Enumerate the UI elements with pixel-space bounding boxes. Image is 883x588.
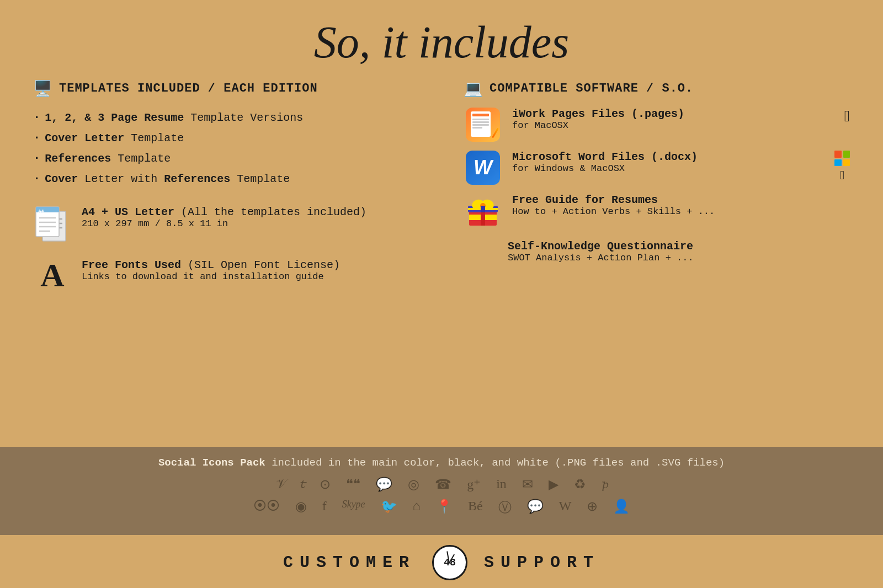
pages-icon — [466, 108, 500, 142]
social-header-normal: included in the main color, black, and w… — [272, 457, 725, 469]
word-w-letter: W — [474, 156, 492, 179]
item-normal: Template Versions — [184, 111, 303, 124]
gift-icon — [466, 194, 500, 228]
apple-icon:  — [844, 108, 850, 125]
social-icon-facebook: f — [322, 499, 327, 516]
customer-support-badge: 48 — [432, 545, 467, 580]
title-section: So, it includes — [0, 0, 883, 79]
fonts-feature: A Free Fonts Used (SIL Open Font License… — [33, 259, 419, 292]
word-item: W Microsoft Word Files (.docx) for Windo… — [464, 151, 850, 185]
a4-feature: A4 A4 + US Letter (All the templates inc… — [33, 206, 419, 245]
main-container: So, it includes 🖥️ TEMPLATES INCLUDED / … — [0, 0, 883, 588]
content-area: 🖥️ TEMPLATES INCLUDED / EACH EDITION · 1… — [0, 79, 883, 447]
page-title: So, it includes — [0, 17, 883, 68]
bullet-icon: · — [33, 152, 40, 165]
social-icon-vine: Ⓥ — [498, 499, 512, 516]
software-header-text: COMPATIBLE SOFTWARE / S.O. — [490, 82, 693, 95]
word-icon-container: W — [464, 151, 502, 185]
social-icon-youtube: ▶ — [549, 477, 558, 492]
item-bold: 1, 2, & 3 Page Resume — [45, 111, 184, 124]
svg-rect-20 — [481, 206, 485, 212]
list-item: · Cover Letter Template — [33, 128, 419, 148]
social-icon-location: 📍 — [436, 499, 453, 516]
left-column: 🖥️ TEMPLATES INCLUDED / EACH EDITION · 1… — [33, 79, 442, 447]
social-icon-phone: ☎ — [435, 477, 451, 492]
templates-header-icon: 🖥️ — [33, 79, 52, 98]
templates-header: 🖥️ TEMPLATES INCLUDED / EACH EDITION — [33, 79, 419, 98]
fonts-subtitle: Links to download it and installation gu… — [82, 271, 340, 282]
software-header: 💻 COMPATIBLE SOFTWARE / S.O. — [464, 79, 850, 98]
bullet-icon: · — [33, 131, 40, 145]
a4-subtitle: 210 x 297 mm / 8.5 x 11 in — [82, 218, 366, 229]
word-title: Microsoft Word Files (.docx) — [512, 151, 698, 163]
word-text-row: Microsoft Word Files (.docx) for Windows… — [512, 151, 850, 183]
social-icon-twitter: 🐦 — [381, 499, 397, 516]
fonts-icon-container: A — [33, 259, 72, 292]
social-section: Social Icons Pack included in the main c… — [0, 447, 883, 535]
iwork-title: iWork Pages Files (.pages) — [512, 108, 684, 120]
word-icon: W — [466, 151, 500, 185]
item-bold: Cover Letter — [45, 132, 124, 145]
svg-rect-19 — [481, 210, 485, 226]
social-icon-chat: 💬 — [376, 477, 392, 492]
word-os-icons:  — [834, 151, 850, 183]
word-text: Microsoft Word Files (.docx) for Windows… — [512, 151, 698, 174]
footer-right-text: SUPPORT — [484, 553, 600, 572]
social-icon-gplus: g⁺ — [467, 477, 481, 492]
questionnaire-text: Self-Knowledge Questionnaire SWOT Analys… — [508, 240, 694, 263]
iwork-subtitle: for MacOSX — [512, 120, 684, 131]
a4-text: A4 + US Letter (All the templates includ… — [82, 206, 366, 229]
gift-icon-container — [464, 194, 502, 228]
template-list: · 1, 2, & 3 Page Resume Template Version… — [33, 108, 419, 189]
iwork-icon-container — [464, 108, 502, 142]
software-header-icon: 💻 — [464, 79, 483, 98]
item-bold: Cover — [45, 173, 78, 185]
social-icon-home: ⌂ — [413, 499, 421, 516]
guide-subtitle: How to + Action Verbs + Skills + ... — [512, 206, 715, 217]
iwork-text-row: iWork Pages Files (.pages) for MacOSX  — [512, 108, 850, 131]
guide-text: Free Guide for Resumes How to + Action V… — [512, 194, 715, 217]
document-icon: A4 — [35, 206, 71, 245]
social-icon-web: ⊕ — [587, 499, 598, 516]
social-header-bold: Social Icons Pack — [158, 457, 265, 469]
a4-icon-container: A4 — [33, 206, 72, 245]
social-icon-mail: ✉ — [522, 477, 533, 492]
social-icon-flickr: ⦿⦿ — [253, 499, 280, 516]
guide-item: Free Guide for Resumes How to + Action V… — [464, 194, 850, 228]
social-icon-linkedin: in — [496, 477, 507, 492]
social-icon-quote: ❝❝ — [346, 477, 360, 492]
list-item: · 1, 2, & 3 Page Resume Template Version… — [33, 108, 419, 128]
list-item: · Cover Letter with References Template — [33, 169, 419, 189]
font-a-icon: A — [40, 259, 64, 292]
a4-title: A4 + US Letter (All the templates includ… — [82, 206, 366, 218]
social-icon-skype: Skype — [342, 499, 365, 516]
social-header: Social Icons Pack included in the main c… — [33, 457, 850, 469]
svg-text:A4: A4 — [38, 209, 44, 213]
fonts-text: Free Fonts Used (SIL Open Font License) … — [82, 259, 340, 282]
social-icon-behance: Bé — [468, 499, 483, 516]
guide-title: Free Guide for Resumes — [512, 194, 715, 206]
social-icon-podcast: ⊙ — [320, 477, 331, 492]
item-bold2: References — [164, 173, 230, 185]
social-icon-pinterest: 𝓹 — [602, 477, 608, 492]
social-icon-user: 👤 — [613, 499, 630, 516]
questionnaire-title: Self-Knowledge Questionnaire — [508, 240, 694, 253]
social-icon-instagram: ◎ — [408, 477, 419, 492]
item-normal: Letter with — [78, 173, 164, 185]
item-normal: Template — [124, 132, 184, 145]
social-icon-rss: ◉ — [295, 499, 307, 516]
item-normal2: Template — [230, 173, 290, 185]
questionnaire-item: Self-Knowledge Questionnaire SWOT Analys… — [508, 240, 850, 263]
word-subtitle: for Windows & MacOSX — [512, 163, 698, 174]
footer-section: CUSTOMER 48 SUPPORT — [0, 535, 883, 588]
iwork-item: iWork Pages Files (.pages) for MacOSX  — [464, 108, 850, 142]
social-icon-tumblr: 𝓽 — [300, 477, 304, 492]
social-icon-wordpress: W — [559, 499, 572, 516]
item-bold: References — [45, 152, 111, 165]
social-row-2: ⦿⦿ ◉ f Skype 🐦 ⌂ 📍 Bé Ⓥ 💬 W ⊕ 👤 — [33, 499, 850, 516]
list-item: · References Template — [33, 148, 419, 169]
bullet-icon: · — [33, 172, 40, 186]
item-normal: Template — [111, 152, 171, 165]
iwork-os-icons:  — [844, 108, 850, 125]
footer-left-text: CUSTOMER — [283, 553, 416, 572]
